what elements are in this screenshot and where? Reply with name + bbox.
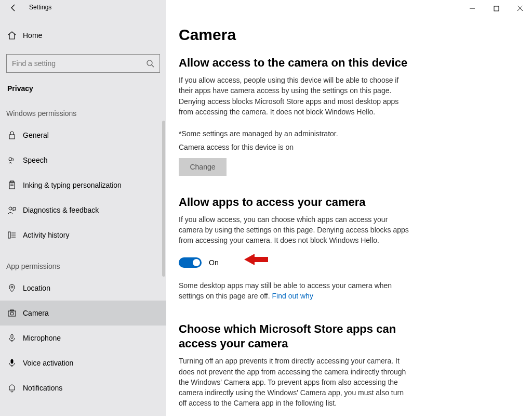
sidebar-item-notifications[interactable]: Notifications	[0, 375, 166, 400]
desktop-apps-note: Some desktop apps may still be able to a…	[179, 280, 413, 302]
speech-icon	[7, 155, 23, 165]
voice-icon	[7, 358, 23, 368]
close-button[interactable]	[508, 0, 532, 17]
device-camera-status: Camera access for this device is on	[179, 142, 413, 152]
microphone-icon	[7, 333, 23, 343]
callout-arrow-icon	[244, 253, 268, 266]
sidebar-item-label: Notifications	[23, 384, 62, 392]
sidebar-item-voice[interactable]: Voice activation	[0, 350, 166, 375]
maximize-button[interactable]	[484, 0, 508, 17]
clipboard-icon	[7, 180, 23, 190]
window-title: Settings	[29, 4, 51, 11]
history-icon	[7, 230, 23, 240]
apps-access-toggle[interactable]	[179, 257, 202, 268]
sidebar-item-label: Speech	[23, 156, 47, 164]
sidebar-item-label: Microphone	[23, 334, 61, 342]
sidebar-group-windows: Windows permissions	[0, 95, 166, 123]
sidebar-item-label: Diagnostics & feedback	[23, 206, 99, 214]
svg-point-2	[147, 60, 152, 66]
content-pane: Camera Allow access to the camera on thi…	[166, 17, 532, 416]
svg-line-3	[152, 65, 154, 67]
section3-body: Turning off an app prevents it from dire…	[179, 356, 413, 408]
sidebar-item-label: Voice activation	[23, 359, 73, 367]
find-out-why-link[interactable]: Find out why	[272, 292, 313, 300]
sidebar-group-app: App permissions	[0, 248, 166, 276]
sidebar-item-camera[interactable]: Camera	[0, 301, 166, 326]
apps-access-toggle-label: On	[209, 258, 219, 267]
section2-heading: Allow apps to access your camera	[179, 196, 516, 209]
feedback-icon	[7, 205, 23, 215]
search-box[interactable]	[6, 54, 160, 73]
sidebar-item-microphone[interactable]: Microphone	[0, 326, 166, 350]
sidebar-item-label: Inking & typing personalization	[23, 181, 122, 189]
svg-rect-19	[11, 334, 13, 339]
section1-heading: Allow access to the camera on this devic…	[179, 56, 516, 70]
svg-rect-18	[10, 310, 14, 311]
sidebar-item-label: Location	[23, 284, 50, 292]
sidebar-item-location[interactable]: Location	[0, 276, 166, 301]
home-icon	[7, 31, 23, 40]
sidebar-item-speech[interactable]: Speech	[0, 148, 166, 173]
sidebar-scrollbar[interactable]	[162, 121, 165, 277]
sidebar-item-inking[interactable]: Inking & typing personalization	[0, 173, 166, 198]
section2-body: If you allow access, you can choose whic…	[179, 214, 413, 246]
svg-rect-11	[8, 232, 10, 238]
svg-marker-23	[244, 254, 268, 265]
svg-point-15	[11, 286, 13, 288]
search-icon	[146, 59, 154, 68]
back-icon[interactable]	[9, 4, 18, 12]
page-title: Camera	[179, 26, 516, 44]
location-icon	[7, 283, 23, 293]
sidebar: Home Privacy Windows permissions General…	[0, 17, 166, 416]
minimize-button[interactable]	[460, 0, 484, 17]
svg-point-17	[10, 312, 14, 315]
camera-icon	[7, 308, 23, 318]
sidebar-item-label: General	[23, 131, 49, 139]
svg-rect-4	[9, 135, 15, 139]
search-input[interactable]	[12, 59, 146, 68]
titlebar: Settings	[0, 0, 532, 17]
svg-rect-21	[11, 359, 13, 363]
sidebar-item-activity[interactable]: Activity history	[0, 223, 166, 248]
svg-point-5	[9, 158, 12, 161]
sidebar-item-diagnostics[interactable]: Diagnostics & feedback	[0, 198, 166, 223]
svg-rect-1	[494, 6, 499, 11]
sidebar-item-general[interactable]: General	[0, 123, 166, 148]
svg-point-10	[9, 207, 12, 210]
sidebar-category: Privacy	[0, 73, 166, 95]
section1-body: If you allow access, people using this d…	[179, 75, 413, 117]
change-button[interactable]: Change	[179, 158, 227, 176]
section3-heading: Choose which Microsoft Store apps can ac…	[179, 322, 407, 350]
sidebar-home[interactable]: Home	[0, 25, 166, 46]
sidebar-item-label: Camera	[23, 309, 49, 317]
sidebar-home-label: Home	[23, 31, 42, 40]
admin-warning: *Some settings are managed by an adminis…	[179, 128, 413, 139]
bell-icon	[7, 383, 23, 393]
lock-icon	[7, 131, 23, 140]
sidebar-item-label: Activity history	[23, 231, 69, 239]
